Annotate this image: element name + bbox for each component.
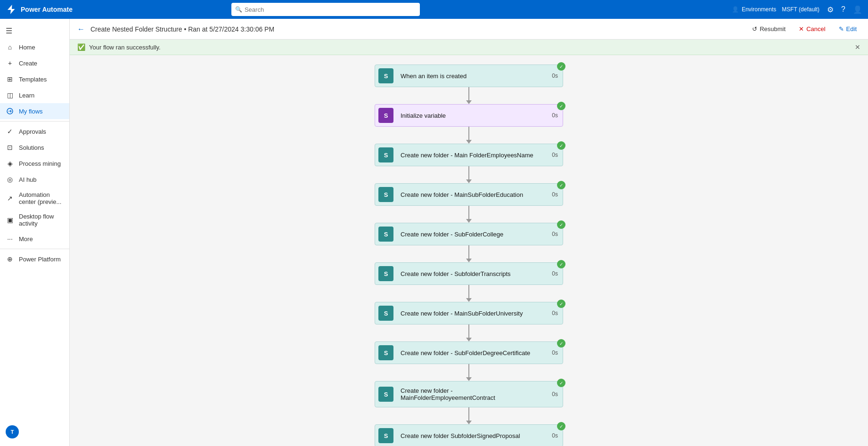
step-icon-circle-8: S — [378, 387, 393, 402]
desktop-flow-icon: ▣ — [6, 216, 14, 224]
step-time-9: 0s — [547, 432, 563, 439]
flow-step-3[interactable]: ✓SCreate new folder - MainSubFolderEduca… — [375, 183, 563, 206]
create-icon: + — [6, 59, 14, 67]
sidebar-item-home[interactable]: ⌂ Home — [0, 39, 69, 55]
step-label-3: Create new folder - MainSubFolderEducati… — [397, 186, 547, 204]
sidebar-item-templates[interactable]: ⊞ Templates — [0, 71, 69, 87]
sidebar-item-automation-center[interactable]: ↗ Automation center (previe... — [0, 187, 69, 209]
step-time-5: 0s — [547, 270, 563, 277]
sidebar-label-process-mining: Process mining — [19, 160, 61, 167]
sidebar-item-approvals[interactable]: ✓ Approvals — [0, 123, 69, 139]
hamburger-button[interactable]: ☰ — [0, 23, 69, 39]
header-actions: ↺ Resubmit ✕ Cancel ✎ Edit — [748, 24, 860, 34]
sidebar-item-learn[interactable]: ◫ Learn — [0, 87, 69, 103]
myflows-icon — [6, 107, 14, 115]
sidebar-item-create[interactable]: + Create — [0, 55, 69, 71]
step-label-8: Create new folder - MainFolderEmployeeme… — [397, 381, 547, 407]
step-icon-circle-7: S — [378, 345, 393, 360]
user-avatar[interactable]: T — [6, 425, 19, 438]
connector-line-8 — [468, 407, 469, 421]
step-label-2: Create new folder - Main FolderEmployees… — [397, 146, 547, 164]
automation-center-icon: ↗ — [6, 194, 14, 203]
step-time-0: 0s — [547, 73, 563, 79]
sidebar-item-myflows[interactable]: My flows — [0, 103, 69, 119]
back-button[interactable]: ← — [77, 25, 85, 33]
user-button[interactable]: 👤 — [853, 5, 862, 14]
step-icon-circle-5: S — [378, 266, 393, 281]
connector-arrow-8 — [466, 421, 472, 424]
connector-arrow-4 — [466, 259, 472, 262]
step-time-6: 0s — [547, 310, 563, 316]
flow-connector-8 — [466, 407, 472, 424]
approvals-icon: ✓ — [6, 127, 14, 136]
edit-button[interactable]: ✎ Edit — [835, 24, 860, 34]
edit-label: Edit — [846, 25, 857, 32]
flow-step-8[interactable]: ✓SCreate new folder - MainFolderEmployee… — [375, 381, 563, 407]
help-button[interactable]: ? — [841, 5, 845, 14]
sidebar-item-ai-hub[interactable]: ◎ AI hub — [0, 171, 69, 187]
flow-connector-4 — [466, 245, 472, 262]
success-banner: ✅ Your flow ran successfully. ✕ — [70, 40, 868, 55]
power-platform-icon: ⊕ — [6, 255, 14, 263]
connector-arrow-7 — [466, 377, 472, 381]
sidebar-label-more: More — [19, 235, 33, 243]
flow-step-7[interactable]: ✓SCreate new folder - SubFolderDegreeCer… — [375, 341, 563, 364]
flow-step-1[interactable]: ✓SInitialize variable0s — [375, 104, 563, 127]
environment-info[interactable]: 👤 Environments MSFT (default) — [732, 6, 819, 13]
step-check-5: ✓ — [557, 260, 565, 268]
flow-step-9[interactable]: ✓SCreate new folder SubfolderSignedPropo… — [375, 424, 563, 446]
success-icon: ✅ — [77, 43, 85, 51]
app-name: Power Automate — [21, 6, 73, 13]
sidebar-item-more[interactable]: ··· More — [0, 231, 69, 247]
cancel-button[interactable]: ✕ Cancel — [795, 24, 829, 34]
flow-step-6[interactable]: ✓SCreate new folder - MainSubFolderUnive… — [375, 302, 563, 324]
templates-icon: ⊞ — [6, 75, 14, 83]
sub-header: ← Create Nested Folder Structure • Ran a… — [70, 19, 868, 40]
connector-arrow-5 — [466, 298, 472, 302]
close-banner-button[interactable]: ✕ — [855, 43, 860, 51]
step-time-8: 0s — [547, 391, 563, 397]
flow-connector-2 — [466, 166, 472, 183]
connector-line-4 — [468, 245, 469, 259]
step-check-0: ✓ — [557, 62, 565, 71]
resubmit-label: Resubmit — [760, 25, 786, 32]
flow-step-5[interactable]: ✓SCreate new folder - SubfolderTranscrip… — [375, 262, 563, 285]
step-label-0: When an item is created — [397, 67, 547, 85]
flow-canvas[interactable]: ✓SWhen an item is created0s✓SInitialize … — [70, 55, 868, 446]
resubmit-button[interactable]: ↺ Resubmit — [748, 24, 789, 34]
sidebar-item-process-mining[interactable]: ◈ Process mining — [0, 155, 69, 171]
step-icon-circle-9: S — [378, 428, 393, 443]
connector-arrow-2 — [466, 179, 472, 183]
env-name: MSFT (default) — [782, 6, 819, 13]
power-automate-icon — [6, 4, 17, 15]
step-check-1: ✓ — [557, 102, 565, 110]
search-icon: 🔍 — [235, 6, 242, 13]
step-icon-circle-4: S — [378, 227, 393, 242]
flow-step-0[interactable]: ✓SWhen an item is created0s — [375, 65, 563, 87]
search-input[interactable] — [231, 3, 420, 16]
step-label-4: Create new folder - SubFolderCollege — [397, 225, 547, 243]
flow-connector-1 — [466, 127, 472, 144]
step-time-1: 0s — [547, 112, 563, 119]
connector-line-2 — [468, 166, 469, 179]
settings-button[interactable]: ⚙ — [827, 5, 834, 14]
search-container: 🔍 — [231, 3, 420, 16]
step-icon-7: S — [375, 342, 397, 364]
step-icon-8: S — [375, 383, 397, 405]
flow-connector-7 — [466, 364, 472, 381]
flow-step-4[interactable]: ✓SCreate new folder - SubFolderCollege0s — [375, 223, 563, 245]
topbar: Power Automate 🔍 👤 Environments MSFT (de… — [0, 0, 868, 19]
content-area: ← Create Nested Folder Structure • Ran a… — [70, 19, 868, 446]
connector-line-0 — [468, 87, 469, 100]
env-label: Environments — [742, 6, 776, 13]
step-icon-circle-1: S — [378, 108, 393, 123]
edit-icon: ✎ — [839, 25, 844, 32]
home-icon: ⌂ — [6, 43, 14, 51]
sidebar-item-desktop-flow[interactable]: ▣ Desktop flow activity — [0, 209, 69, 231]
sidebar-item-solutions[interactable]: ⊡ Solutions — [0, 139, 69, 155]
step-label-7: Create new folder - SubFolderDegreeCerti… — [397, 344, 547, 362]
step-icon-3: S — [375, 184, 397, 205]
sidebar-item-power-platform[interactable]: ⊕ Power Platform — [0, 251, 69, 267]
flow-step-2[interactable]: ✓SCreate new folder - Main FolderEmploye… — [375, 144, 563, 166]
cancel-icon: ✕ — [799, 25, 804, 32]
